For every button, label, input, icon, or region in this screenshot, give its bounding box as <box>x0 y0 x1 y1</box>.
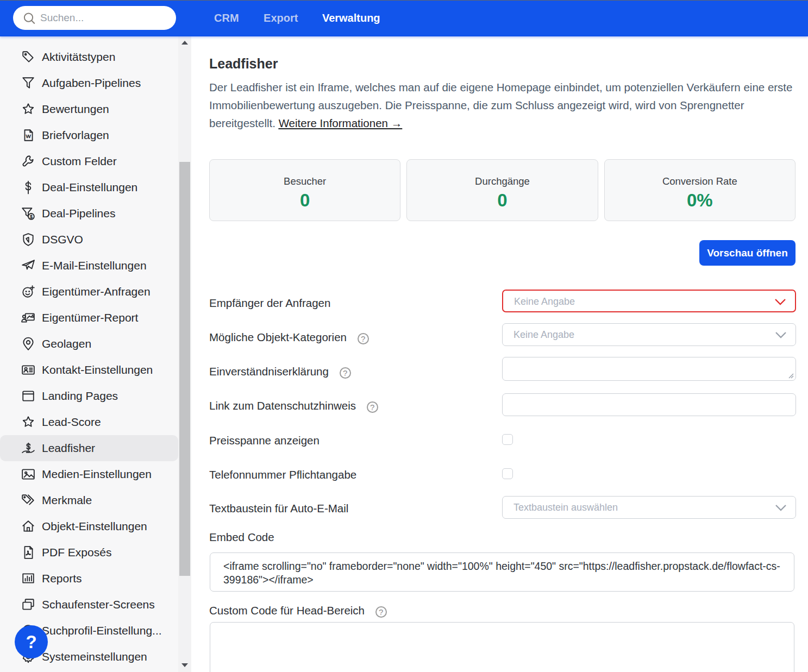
svg-text:W: W <box>26 133 31 139</box>
svg-text:$: $ <box>30 214 33 219</box>
